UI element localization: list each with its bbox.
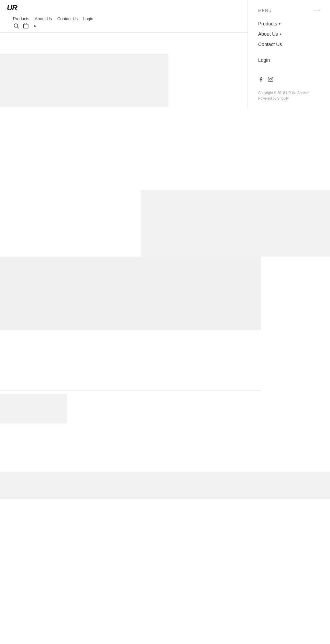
expand-arrow-icon[interactable]: ► bbox=[34, 24, 37, 28]
two-col-section bbox=[0, 190, 330, 257]
side-menu-about[interactable]: About Us ► bbox=[258, 31, 320, 37]
content-whitespace-1 bbox=[0, 107, 330, 190]
side-menu-items: Products ► About Us ► Contact Us bbox=[258, 21, 320, 47]
svg-point-4 bbox=[270, 78, 271, 80]
hero-image-block bbox=[0, 54, 168, 107]
col-white-left bbox=[0, 190, 141, 257]
product-info bbox=[68, 394, 172, 423]
svg-rect-2 bbox=[23, 24, 28, 28]
svg-point-5 bbox=[272, 78, 272, 78]
logo-text: UR bbox=[7, 3, 17, 12]
main-nav: Products About Us Contact Us Login bbox=[13, 16, 93, 21]
cart-icon[interactable] bbox=[23, 23, 29, 29]
product-thumbnail bbox=[0, 394, 67, 423]
main-content bbox=[0, 54, 330, 499]
side-menu-social bbox=[258, 77, 320, 83]
products-sub-arrow-icon: ► bbox=[278, 22, 282, 25]
facebook-icon[interactable] bbox=[258, 77, 264, 83]
col-gray-right bbox=[141, 190, 330, 257]
svg-point-0 bbox=[14, 24, 18, 27]
nav-contact[interactable]: Contact Us bbox=[57, 16, 78, 21]
nav-about[interactable]: About Us bbox=[35, 16, 52, 21]
side-menu-products[interactable]: Products ► bbox=[258, 21, 320, 26]
side-menu-header: MENU — bbox=[258, 7, 320, 14]
nav-login[interactable]: Login bbox=[83, 16, 93, 21]
about-sub-arrow-icon: ► bbox=[279, 32, 283, 36]
footer-bar bbox=[0, 472, 330, 499]
side-menu-login[interactable]: Login bbox=[258, 57, 320, 63]
menu-label: MENU bbox=[258, 8, 272, 13]
logo[interactable]: UR bbox=[7, 4, 17, 12]
menu-close-button[interactable]: — bbox=[314, 7, 320, 14]
svg-line-1 bbox=[17, 27, 19, 28]
search-icon[interactable] bbox=[13, 23, 19, 29]
content-whitespace-2 bbox=[0, 330, 330, 391]
nav-products[interactable]: Products bbox=[13, 16, 29, 21]
side-menu-copyright: Copyright © 2018 UR the Answer Powered b… bbox=[258, 90, 320, 101]
full-gray-block bbox=[0, 257, 261, 330]
instagram-icon[interactable] bbox=[268, 77, 273, 83]
content-whitespace-3 bbox=[0, 423, 330, 472]
product-row bbox=[0, 391, 330, 423]
nav-icons: ► bbox=[13, 23, 37, 29]
side-menu-contact[interactable]: Contact Us bbox=[258, 42, 320, 47]
side-menu-panel: MENU — Products ► About Us ► Contact Us … bbox=[248, 0, 330, 108]
svg-rect-3 bbox=[268, 77, 273, 81]
